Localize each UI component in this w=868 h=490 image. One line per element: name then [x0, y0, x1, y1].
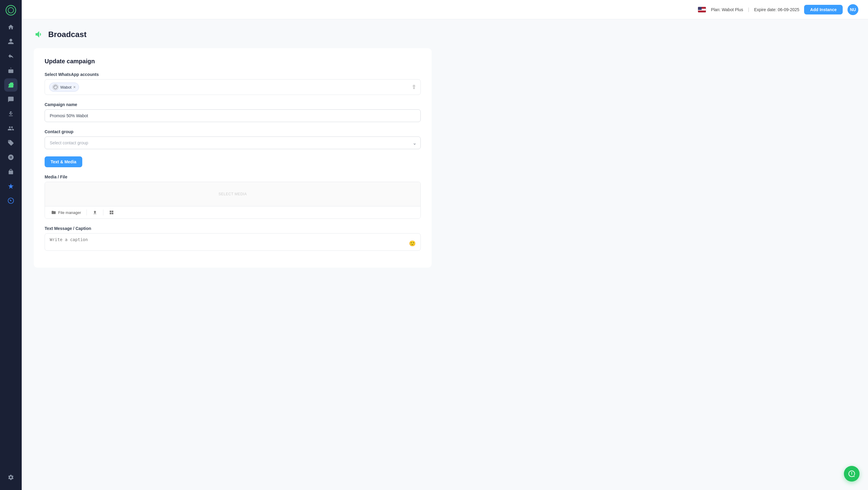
- sidebar-item-reply[interactable]: [4, 50, 18, 63]
- sidebar-item-premium[interactable]: [4, 180, 18, 193]
- plan-label: Plan: Wabot Plus: [711, 7, 743, 12]
- media-box: SELECT MEDIA File manager: [44, 182, 421, 219]
- expire-label: Expire date: 06-09-2025: [754, 7, 799, 12]
- whatsapp-select-box[interactable]: Wabot × ⇧: [44, 79, 421, 95]
- chips-row: Wabot ×: [49, 83, 79, 92]
- contact-group-select-wrapper: Select contact group ⌄: [44, 136, 421, 149]
- header-separator: |: [748, 7, 749, 12]
- content-area: Broadcast Update campaign Select WhatsAp…: [22, 19, 868, 490]
- sidebar-item-settings[interactable]: [4, 471, 18, 484]
- header: Plan: Wabot Plus | Expire date: 06-09-20…: [22, 0, 868, 19]
- broadcast-icon: [34, 29, 44, 40]
- caption-field: Text Message / Caption 🙂: [44, 226, 421, 251]
- sidebar-item-plugin[interactable]: [4, 165, 18, 178]
- sidebar-item-analytics[interactable]: [4, 194, 18, 207]
- sidebar-item-team[interactable]: [4, 122, 18, 135]
- svg-point-0: [6, 5, 16, 15]
- upload-icon: [92, 210, 98, 215]
- main-wrapper: Plan: Wabot Plus | Expire date: 06-09-20…: [22, 0, 868, 490]
- media-toolbar: File manager: [45, 206, 421, 218]
- caption-label: Text Message / Caption: [44, 226, 421, 231]
- media-file-label: Media / File: [44, 175, 421, 179]
- sidebar-item-home[interactable]: [4, 21, 18, 34]
- page-title-row: Broadcast: [34, 29, 856, 40]
- sidebar: [0, 0, 22, 490]
- chat-support-button[interactable]: [844, 466, 860, 482]
- caption-input-row: 🙂: [45, 234, 421, 250]
- chip-label: Wabot: [60, 85, 71, 90]
- media-select-label: SELECT MEDIA: [218, 192, 247, 196]
- caption-textarea[interactable]: [50, 237, 409, 247]
- toolbar-separator: [87, 209, 87, 215]
- whatsapp-label: Select WhatsApp accounts: [44, 72, 421, 77]
- sidebar-item-groups[interactable]: [4, 151, 18, 164]
- folder-icon: [51, 210, 56, 215]
- page-title: Broadcast: [48, 30, 87, 39]
- message-type-row: Text & Media: [44, 156, 421, 167]
- form-card: Update campaign Select WhatsApp accounts: [34, 48, 432, 268]
- svg-point-1: [8, 7, 13, 13]
- add-instance-button[interactable]: Add Instance: [804, 5, 843, 14]
- avatar[interactable]: NU: [847, 4, 858, 15]
- svg-point-3: [10, 70, 10, 71]
- flag-icon: [698, 7, 706, 13]
- sidebar-item-export[interactable]: [4, 107, 18, 121]
- contact-group-field: Contact group Select contact group ⌄: [44, 129, 421, 149]
- logo-icon[interactable]: [4, 4, 18, 17]
- chevron-up-icon: ⇧: [412, 84, 416, 90]
- campaign-name-field: Campaign name: [44, 102, 421, 122]
- toolbar-separator-2: [103, 209, 103, 215]
- upload-button[interactable]: [89, 208, 101, 217]
- sidebar-item-tags[interactable]: [4, 136, 18, 150]
- wabot-chip[interactable]: Wabot ×: [49, 83, 79, 92]
- emoji-icon[interactable]: 🙂: [409, 240, 415, 247]
- svg-point-7: [10, 200, 11, 201]
- grid-icon: [109, 210, 114, 215]
- form-section-title: Update campaign: [44, 58, 421, 65]
- sidebar-item-chat[interactable]: [4, 93, 18, 106]
- chip-close-button[interactable]: ×: [73, 85, 76, 89]
- campaign-name-input[interactable]: [44, 110, 421, 122]
- media-preview[interactable]: SELECT MEDIA: [45, 182, 421, 206]
- caption-box-wrapper: 🙂: [44, 233, 421, 251]
- text-media-button[interactable]: Text & Media: [44, 156, 82, 167]
- svg-point-5: [10, 67, 11, 68]
- sidebar-item-bot[interactable]: [4, 64, 18, 77]
- sidebar-item-broadcast[interactable]: [4, 78, 18, 92]
- contact-group-label: Contact group: [44, 129, 421, 134]
- svg-rect-2: [8, 69, 13, 73]
- media-file-field: Media / File SELECT MEDIA File manag: [44, 175, 421, 219]
- svg-point-4: [11, 70, 12, 71]
- chip-bot-icon: [53, 84, 59, 90]
- campaign-name-label: Campaign name: [44, 102, 421, 107]
- file-manager-button[interactable]: File manager: [48, 208, 84, 217]
- contact-group-select[interactable]: Select contact group: [44, 136, 421, 149]
- file-manager-label: File manager: [58, 210, 81, 215]
- whatsapp-accounts-field: Select WhatsApp accounts Wabot ×: [44, 72, 421, 95]
- sidebar-item-contacts[interactable]: [4, 35, 18, 48]
- grid-button[interactable]: [106, 208, 117, 217]
